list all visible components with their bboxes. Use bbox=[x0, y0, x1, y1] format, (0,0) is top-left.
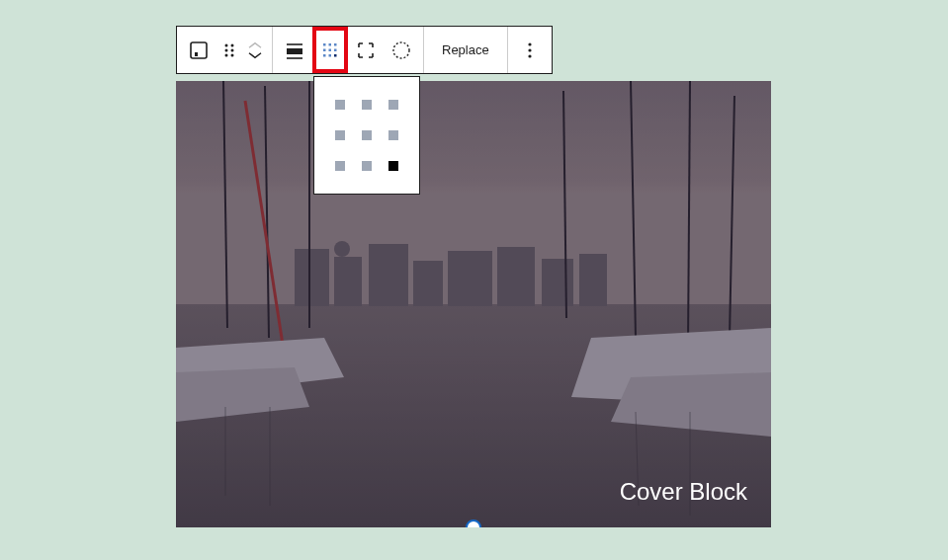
svg-point-20 bbox=[393, 42, 409, 58]
content-position-popover bbox=[313, 76, 420, 195]
pos-top-left[interactable] bbox=[335, 100, 345, 110]
align-icon bbox=[283, 39, 306, 62]
cover-title[interactable]: Cover Block bbox=[620, 478, 747, 506]
svg-rect-15 bbox=[329, 48, 332, 51]
toolbar-group-align bbox=[273, 27, 424, 73]
cover-block[interactable]: Cover Block bbox=[176, 81, 771, 527]
svg-point-7 bbox=[231, 53, 234, 56]
svg-rect-19 bbox=[334, 54, 337, 57]
svg-rect-9 bbox=[287, 48, 302, 54]
pos-center-center[interactable] bbox=[362, 130, 372, 140]
content-position-button[interactable] bbox=[312, 27, 348, 73]
svg-rect-11 bbox=[323, 43, 326, 46]
cover-block-icon bbox=[187, 39, 211, 62]
align-button[interactable] bbox=[277, 27, 312, 73]
svg-point-21 bbox=[528, 42, 531, 45]
pos-bottom-right[interactable] bbox=[388, 161, 398, 171]
pos-top-center[interactable] bbox=[362, 100, 372, 110]
drag-handle-icon bbox=[217, 39, 241, 62]
svg-rect-12 bbox=[329, 43, 332, 46]
chevron-up-icon bbox=[246, 40, 264, 50]
fullheight-icon bbox=[354, 39, 378, 62]
svg-rect-1 bbox=[195, 52, 198, 56]
svg-rect-13 bbox=[334, 43, 337, 46]
fullheight-button[interactable] bbox=[348, 27, 384, 73]
svg-rect-18 bbox=[329, 54, 332, 57]
more-options-button[interactable] bbox=[512, 27, 548, 73]
svg-rect-17 bbox=[323, 54, 326, 57]
duotone-icon bbox=[389, 39, 413, 62]
svg-rect-16 bbox=[334, 48, 337, 51]
svg-point-23 bbox=[528, 54, 531, 57]
replace-button[interactable]: Replace bbox=[428, 27, 503, 73]
pos-bottom-center[interactable] bbox=[362, 161, 372, 171]
block-toolbar: Replace bbox=[176, 26, 553, 74]
pos-center-right[interactable] bbox=[388, 130, 398, 140]
toolbar-group-replace: Replace bbox=[424, 27, 508, 73]
move-buttons[interactable] bbox=[242, 27, 268, 73]
cover-overlay bbox=[176, 81, 771, 527]
toolbar-group-block bbox=[177, 27, 273, 73]
content-position-icon bbox=[318, 39, 342, 62]
drag-handle[interactable] bbox=[216, 27, 242, 73]
svg-rect-14 bbox=[323, 48, 326, 51]
replace-label: Replace bbox=[442, 42, 489, 57]
block-type-button[interactable] bbox=[181, 27, 216, 73]
svg-point-6 bbox=[225, 53, 228, 56]
pos-center-left[interactable] bbox=[335, 130, 345, 140]
svg-point-22 bbox=[528, 48, 531, 51]
svg-point-2 bbox=[225, 43, 228, 46]
svg-point-5 bbox=[231, 48, 234, 51]
svg-rect-0 bbox=[191, 42, 207, 58]
svg-point-4 bbox=[225, 48, 228, 51]
pos-bottom-left[interactable] bbox=[335, 161, 345, 171]
toolbar-group-more bbox=[508, 27, 552, 73]
svg-point-3 bbox=[231, 43, 234, 46]
pos-top-right[interactable] bbox=[388, 100, 398, 110]
duotone-button[interactable] bbox=[384, 27, 419, 73]
more-vertical-icon bbox=[518, 39, 542, 62]
chevron-down-icon bbox=[246, 50, 264, 60]
